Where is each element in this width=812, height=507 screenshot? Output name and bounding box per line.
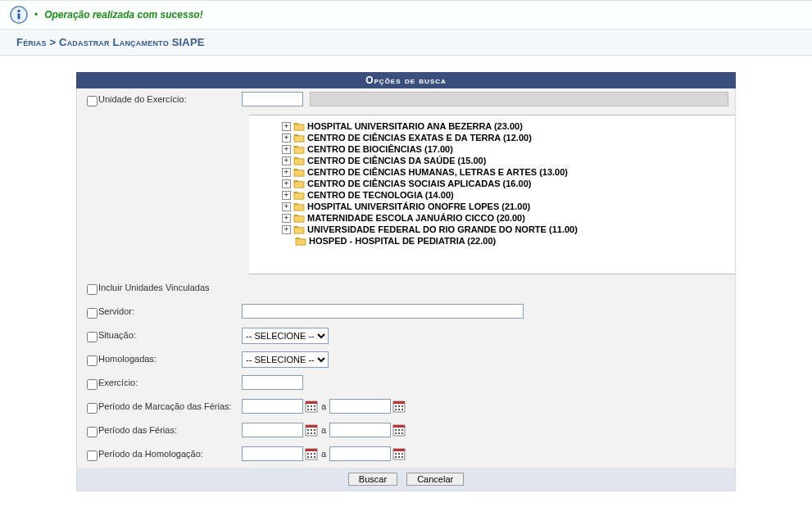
- exercicio-label: Exercício:: [98, 375, 242, 387]
- calendar-icon[interactable]: [305, 400, 318, 413]
- incluir-checkbox[interactable]: [87, 284, 98, 295]
- homologadas-select[interactable]: -- SELECIONE --: [242, 351, 329, 368]
- expand-icon[interactable]: +: [282, 225, 291, 234]
- search-panel: Unidade do Exercício: +HOSPITAL UNIVERSI…: [76, 88, 736, 491]
- tree-node[interactable]: +CENTRO DE CIÊNCIAS EXATAS E DA TERRA (1…: [282, 132, 735, 143]
- situacao-checkbox[interactable]: [87, 332, 98, 342]
- expand-icon[interactable]: +: [282, 145, 291, 154]
- servidor-input[interactable]: [242, 304, 524, 319]
- periodo-ferias-checkbox[interactable]: [87, 427, 98, 437]
- servidor-checkbox[interactable]: [87, 308, 98, 319]
- expand-icon[interactable]: +: [282, 202, 291, 211]
- tree-node[interactable]: +CENTRO DE CIÊNCIAS SOCIAIS APLICADAS (1…: [282, 178, 735, 189]
- folder-icon: [293, 167, 305, 177]
- folder-icon: [293, 156, 305, 165]
- expand-icon[interactable]: +: [282, 179, 291, 188]
- expand-icon[interactable]: +: [282, 168, 291, 177]
- exercicio-checkbox[interactable]: [87, 379, 98, 390]
- tree-label: CENTRO DE CIÊNCIAS SOCIAIS APLICADAS (16…: [307, 179, 531, 188]
- cancelar-button[interactable]: Cancelar: [406, 473, 464, 486]
- periodo-marcacao-from-input[interactable]: [242, 399, 303, 414]
- periodo-marcacao-to-input[interactable]: [329, 399, 391, 414]
- tree-node[interactable]: +CENTRO DE TECNOLOGIA (14.00): [282, 189, 735, 201]
- tree-label: CENTRO DE TECNOLOGIA (14.00): [307, 190, 454, 200]
- tree-node[interactable]: +CENTRO DE CIÊNCIAS HUMANAS, LETRAS E AR…: [282, 166, 735, 178]
- folder-icon: [293, 201, 305, 211]
- tree-node[interactable]: +MATERNIDADE ESCOLA JANUÁRIO CICCO (20.0…: [282, 212, 735, 224]
- unidade-tree[interactable]: +HOSPITAL UNIVERSITARIO ANA BEZERRA (23.…: [249, 115, 735, 274]
- calendar-icon[interactable]: [305, 447, 318, 460]
- calendar-icon[interactable]: [392, 447, 406, 460]
- tree-node[interactable]: +UNIVERSIDADE FEDERAL DO RIO GRANDE DO N…: [282, 224, 735, 235]
- tree-label: HOSPITAL UNIVERSITÁRIO ONOFRE LOPES (21.…: [307, 201, 530, 211]
- folder-icon: [293, 224, 305, 234]
- tree-node[interactable]: +HOSPITAL UNIVERSITARIO ANA BEZERRA (23.…: [282, 120, 735, 132]
- situacao-label: Situação:: [98, 328, 242, 340]
- folder-icon: [293, 144, 305, 154]
- tree-node[interactable]: HOSPED - HOSPITAL DE PEDIATRIA (22.00): [295, 235, 735, 247]
- incluir-label: Incluir Unidades Vinculadas: [98, 280, 210, 292]
- tree-label: HOSPED - HOSPITAL DE PEDIATRIA (22.00): [309, 236, 496, 246]
- periodo-ferias-to-input[interactable]: [329, 423, 391, 437]
- success-banner: • Operação realizada com sucesso!: [0, 0, 812, 29]
- folder-icon: [293, 133, 305, 143]
- expand-icon[interactable]: +: [282, 156, 291, 165]
- homologadas-checkbox[interactable]: [87, 355, 98, 366]
- tree-node[interactable]: +CENTRO DE CIÊNCIAS DA SAÚDE (15.00): [282, 155, 735, 166]
- info-icon: [10, 6, 28, 24]
- tree-node[interactable]: +HOSPITAL UNIVERSITÁRIO ONOFRE LOPES (21…: [282, 201, 735, 212]
- tree-label: CENTRO DE CIÊNCIAS EXATAS E DA TERRA (12…: [307, 133, 532, 143]
- success-message: Operação realizada com sucesso!: [44, 9, 202, 20]
- servidor-label: Servidor:: [98, 304, 242, 316]
- expand-icon[interactable]: +: [282, 191, 291, 200]
- situacao-select[interactable]: -- SELECIONE --: [242, 328, 329, 344]
- tree-label: CENTRO DE CIÊNCIAS HUMANAS, LETRAS E ART…: [307, 167, 568, 177]
- panel-title: Opções de busca: [76, 72, 736, 88]
- expand-icon[interactable]: +: [282, 134, 291, 143]
- separator-a: a: [321, 425, 326, 435]
- homologadas-label: Homologadas:: [98, 351, 242, 364]
- tree-node[interactable]: +CENTRO DE BIOCIÊNCIAS (17.00): [282, 143, 735, 155]
- bullet-icon: •: [34, 9, 38, 20]
- unidade-code-input[interactable]: [242, 92, 303, 106]
- periodo-marcacao-label: Período de Marcação das Férias:: [98, 399, 242, 411]
- folder-icon: [293, 190, 305, 200]
- folder-icon: [295, 236, 306, 246]
- expand-icon[interactable]: +: [282, 122, 291, 131]
- tree-label: CENTRO DE CIÊNCIAS DA SAÚDE (15.00): [307, 156, 486, 165]
- folder-icon: [293, 179, 305, 188]
- unidade-name-display: [310, 92, 728, 106]
- unidade-label: Unidade do Exercício:: [98, 92, 242, 104]
- periodo-homolog-label: Período da Homologação:: [98, 446, 242, 459]
- separator-a: a: [321, 449, 326, 459]
- buscar-button[interactable]: Buscar: [348, 473, 397, 486]
- footer-link[interactable]: Férias: [76, 491, 736, 507]
- calendar-icon[interactable]: [305, 423, 318, 437]
- button-bar: Buscar Cancelar: [77, 468, 735, 491]
- calendar-icon[interactable]: [392, 423, 406, 437]
- tree-label: UNIVERSIDADE FEDERAL DO RIO GRANDE DO NO…: [307, 224, 578, 234]
- unidade-checkbox[interactable]: [87, 96, 98, 106]
- periodo-ferias-label: Período das Férias:: [98, 423, 242, 435]
- periodo-homolog-to-input[interactable]: [329, 446, 391, 461]
- expand-icon[interactable]: +: [282, 214, 291, 223]
- tree-label: CENTRO DE BIOCIÊNCIAS (17.00): [307, 144, 453, 154]
- tree-label: MATERNIDADE ESCOLA JANUÁRIO CICCO (20.00…: [307, 213, 525, 223]
- periodo-homolog-checkbox[interactable]: [87, 450, 98, 461]
- folder-icon: [293, 121, 305, 131]
- folder-icon: [293, 213, 305, 223]
- periodo-marcacao-checkbox[interactable]: [87, 403, 98, 414]
- exercicio-input[interactable]: [242, 375, 303, 390]
- separator-a: a: [321, 401, 326, 411]
- breadcrumb: Férias > Cadastrar Lançamento SIAPE: [0, 29, 812, 56]
- periodo-homolog-from-input[interactable]: [242, 446, 303, 461]
- periodo-ferias-from-input[interactable]: [242, 423, 303, 437]
- calendar-icon[interactable]: [392, 400, 406, 413]
- tree-label: HOSPITAL UNIVERSITARIO ANA BEZERRA (23.0…: [307, 121, 523, 131]
